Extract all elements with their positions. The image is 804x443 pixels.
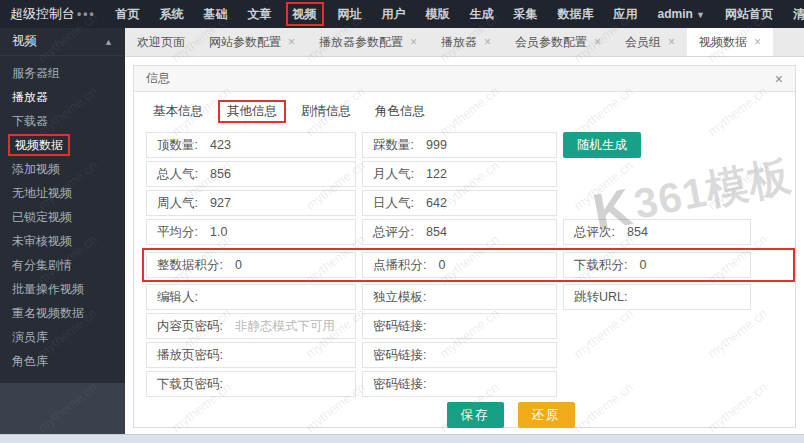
field-label: 总评次: xyxy=(564,224,615,241)
independent-template-input[interactable] xyxy=(426,290,556,304)
admin-dropdown[interactable]: admin▼ xyxy=(648,0,715,29)
sidebar-item-player[interactable]: 播放器 xyxy=(0,85,125,109)
nav-user[interactable]: 用户 xyxy=(372,0,416,28)
top-bar: 超级控制台 ••• 首页 系统 基础 文章 视频 网址 用户 模版 生成 采集 … xyxy=(0,0,804,28)
sidebar-item-duplicate-video-data[interactable]: 重名视频数据 xyxy=(0,301,125,325)
field-label: 踩数量: xyxy=(363,137,414,154)
nav-system[interactable]: 系统 xyxy=(150,0,194,28)
play-page-password-input[interactable] xyxy=(223,348,355,362)
field-label: 内容页密码: xyxy=(147,318,223,335)
average-score-input[interactable] xyxy=(198,225,355,239)
sidebar-item-video-data[interactable]: 视频数据 xyxy=(8,134,70,156)
close-icon[interactable]: × xyxy=(288,36,295,48)
nav-video[interactable]: 视频 xyxy=(286,2,324,26)
sidebar-item-no-address-video[interactable]: 无地址视频 xyxy=(0,181,125,205)
tab-bar: 欢迎页面 网站参数配置 × 播放器参数配置 × 播放器 × 会员参数配置 × 会… xyxy=(125,28,804,57)
close-icon[interactable]: × xyxy=(484,36,491,48)
sidebar-item-batch-operate[interactable]: 批量操作视频 xyxy=(0,277,125,301)
password-link-input-2[interactable] xyxy=(426,348,556,362)
close-icon[interactable]: × xyxy=(410,36,417,48)
tab-label: 欢迎页面 xyxy=(137,34,185,51)
panel-title: 信息 xyxy=(146,70,170,87)
sidebar-item-locked-video[interactable]: 已锁定视频 xyxy=(0,205,125,229)
password-link-input-1[interactable] xyxy=(426,319,556,333)
sidebar-item-unreviewed-video[interactable]: 未审核视频 xyxy=(0,229,125,253)
form-row: 内容页密码: 密码链接: xyxy=(146,313,795,339)
close-icon[interactable]: × xyxy=(668,36,675,48)
field-label: 编辑人: xyxy=(147,289,198,306)
total-score-input[interactable] xyxy=(414,225,556,239)
site-home-link[interactable]: 网站首页 xyxy=(715,0,783,28)
panel-close-icon[interactable]: × xyxy=(775,71,783,87)
field-label: 密码链接: xyxy=(363,347,426,364)
redirect-url-input[interactable] xyxy=(627,290,750,304)
field-independent-template: 独立模板: xyxy=(362,284,557,310)
nav-collect[interactable]: 采集 xyxy=(504,0,548,28)
close-icon[interactable]: × xyxy=(594,36,601,48)
week-popularity-input[interactable] xyxy=(198,196,355,210)
sidebar-item-role-library[interactable]: 角色库 xyxy=(0,349,125,373)
month-popularity-input[interactable] xyxy=(414,167,556,181)
field-data-points: 整数据积分: xyxy=(146,252,356,278)
tab-label: 网站参数配置 xyxy=(209,34,281,51)
score-times-input[interactable] xyxy=(615,225,750,239)
panel-header: 信息 × xyxy=(134,66,795,92)
tab-label: 会员参数配置 xyxy=(515,34,587,51)
day-popularity-input[interactable] xyxy=(414,196,556,210)
field-label: 日人气: xyxy=(363,195,414,212)
field-label: 密码链接: xyxy=(363,376,426,393)
save-button[interactable]: 保存 xyxy=(447,402,504,428)
sidebar-item-add-video[interactable]: 添加视频 xyxy=(0,157,125,181)
sidebar-item-downloader[interactable]: 下载器 xyxy=(0,109,125,133)
collapse-up-icon: ▲ xyxy=(104,37,113,47)
down-count-input[interactable] xyxy=(414,138,556,152)
download-points-input[interactable] xyxy=(627,258,750,272)
field-label: 下载页密码: xyxy=(147,376,223,393)
total-popularity-input[interactable] xyxy=(198,167,355,181)
sidebar-item-actor-library[interactable]: 演员库 xyxy=(0,325,125,349)
field-password-link-1: 密码链接: xyxy=(362,313,557,339)
nav-home[interactable]: 首页 xyxy=(106,0,150,28)
subtab-role-info[interactable]: 角色信息 xyxy=(366,100,434,123)
nav-article[interactable]: 文章 xyxy=(238,0,282,28)
content-page-password-input[interactable] xyxy=(223,319,355,333)
close-icon[interactable]: × xyxy=(754,36,761,48)
download-page-password-input[interactable] xyxy=(223,377,355,391)
tab-player[interactable]: 播放器 × xyxy=(429,28,503,56)
chevron-down-icon: ▼ xyxy=(696,10,705,20)
tab-video-data[interactable]: 视频数据 × xyxy=(687,28,773,56)
sidebar-item-episode-plot[interactable]: 有分集剧情 xyxy=(0,253,125,277)
tab-welcome[interactable]: 欢迎页面 xyxy=(125,28,197,56)
random-generate-button[interactable]: 随机生成 xyxy=(563,132,641,158)
nav-generate[interactable]: 生成 xyxy=(460,0,504,28)
tab-member-group[interactable]: 会员组 × xyxy=(613,28,687,56)
up-count-input[interactable] xyxy=(198,138,355,152)
subtab-other-info[interactable]: 其他信息 xyxy=(218,100,286,123)
sidebar-section-video[interactable]: 视频 ▲ xyxy=(0,28,125,56)
data-points-input[interactable] xyxy=(223,258,355,272)
clear-cache-link[interactable]: 清理缓存 xyxy=(783,0,804,28)
nav-app[interactable]: 应用 xyxy=(604,0,648,28)
nav-basic[interactable]: 基础 xyxy=(194,0,238,28)
subtab-plot-info[interactable]: 剧情信息 xyxy=(292,100,360,123)
tab-site-params[interactable]: 网站参数配置 × xyxy=(197,28,307,56)
field-label: 月人气: xyxy=(363,166,414,183)
field-download-page-password: 下载页密码: xyxy=(146,371,356,397)
password-link-input-3[interactable] xyxy=(426,377,556,391)
tab-player-params[interactable]: 播放器参数配置 × xyxy=(307,28,429,56)
field-label: 平均分: xyxy=(147,224,198,241)
form-row: 下载页密码: 密码链接: xyxy=(146,371,795,397)
sidebar-item-server-group[interactable]: 服务器组 xyxy=(0,61,125,85)
tab-member-params[interactable]: 会员参数配置 × xyxy=(503,28,613,56)
nav-database[interactable]: 数据库 xyxy=(548,0,604,28)
editor-input[interactable] xyxy=(198,290,355,304)
restore-button[interactable]: 还原 xyxy=(518,402,575,428)
subtab-basic-info[interactable]: 基本信息 xyxy=(144,100,212,123)
more-menu-icon[interactable]: ••• xyxy=(77,7,96,21)
play-points-input[interactable] xyxy=(426,258,556,272)
field-label: 播放页密码: xyxy=(147,347,223,364)
nav-template[interactable]: 模版 xyxy=(416,0,460,28)
nav-url[interactable]: 网址 xyxy=(328,0,372,28)
field-label: 总评分: xyxy=(363,224,414,241)
field-label: 点播积分: xyxy=(363,257,426,274)
